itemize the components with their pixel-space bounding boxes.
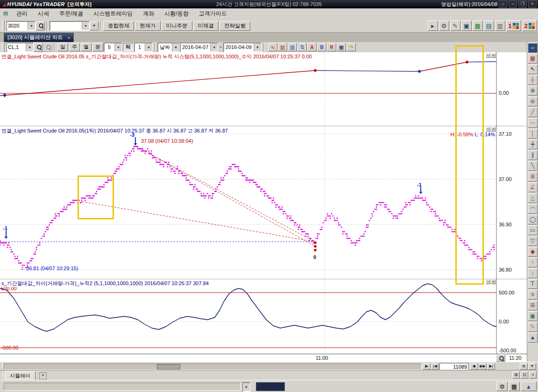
layout-grid-button[interactable]: ▦ xyxy=(473,21,483,31)
tab-close-icon[interactable]: × xyxy=(67,35,70,41)
scroll-thumb[interactable] xyxy=(157,364,180,370)
vertical-line-tool-button[interactable]: │ xyxy=(528,129,538,139)
axis-zoom-button[interactable] xyxy=(496,355,505,362)
quick-button-현재가[interactable]: 현재가 xyxy=(135,21,161,31)
quick-button-미체결[interactable]: 미체결 xyxy=(193,21,219,31)
app-menu-icon[interactable]: ▤ xyxy=(2,10,9,17)
period-button-일[interactable]: 일 xyxy=(57,43,68,51)
rectangle-tool-button[interactable]: ▭ xyxy=(528,225,538,235)
menu-item-시스템트레이딩[interactable]: 시스템트레이딩 xyxy=(88,8,138,19)
more-arrow-button[interactable]: ▸ xyxy=(428,21,438,31)
minute-combo[interactable]: 5 ▼ xyxy=(104,42,122,52)
circle-tool-button[interactable]: ◯ xyxy=(528,215,538,224)
chart-area[interactable]: 연결_Light Sweet Crude Oil 2016.05 s_기간절대값… xyxy=(0,52,527,354)
scroll-top-button[interactable]: ▲ xyxy=(528,333,538,343)
chevron-down-icon[interactable]: ▼ xyxy=(172,43,179,51)
panel-minimize-button[interactable]: − xyxy=(486,53,490,58)
tick-count-combo[interactable]: 1 ▼ xyxy=(134,42,153,52)
zoom-out-button[interactable] xyxy=(43,43,52,52)
taskbar-settings-button[interactable]: ⚙ xyxy=(496,382,508,391)
quick-button-전략실행[interactable]: 전략실행 xyxy=(219,21,250,31)
down-marker-tool-button[interactable]: ↓ xyxy=(528,268,538,278)
arc-tool-button[interactable]: ◠ xyxy=(528,204,538,214)
close-icon[interactable]: × xyxy=(528,0,537,8)
scroll-track[interactable] xyxy=(4,364,422,370)
crosshair-tool-button[interactable]: ┼ xyxy=(528,75,538,85)
cross-line-tool-button[interactable]: ┿ xyxy=(528,140,538,149)
grid-toggle-button[interactable]: ⊞ xyxy=(528,301,538,310)
panel-toggle-button[interactable]: ⇔ xyxy=(528,43,538,53)
minimize-icon[interactable]: ─ xyxy=(509,0,517,8)
screen-slot-2-button[interactable]: 2 xyxy=(522,20,537,31)
chevron-down-icon[interactable]: ▼ xyxy=(28,22,35,30)
screen-search-button[interactable] xyxy=(35,21,45,30)
indicator-list-button[interactable]: ≡ xyxy=(528,290,538,300)
panel-close-button[interactable]: × xyxy=(491,127,496,132)
updown-arrows-button[interactable]: ⇅ xyxy=(297,43,307,51)
chevron-down-icon[interactable]: ▼ xyxy=(82,22,89,30)
line-style-button[interactable]: ∿ xyxy=(268,43,277,51)
copy-b-button[interactable]: B xyxy=(317,43,326,51)
chevron-down-icon[interactable]: ▼ xyxy=(114,43,122,51)
panel-close-button[interactable]: × xyxy=(491,53,496,58)
chevron-down-icon[interactable]: ▼ xyxy=(145,43,152,51)
chevron-down-icon[interactable]: ▼ xyxy=(26,43,33,51)
menu-item-관리[interactable]: 관리 xyxy=(11,8,33,19)
panel-minimize-button[interactable]: − xyxy=(486,127,490,132)
drop-button[interactable]: ▼ xyxy=(528,363,536,370)
chart-settings-button[interactable]: ▦ xyxy=(528,54,538,63)
fibonacci-tool-button[interactable]: ≣ xyxy=(528,172,538,182)
panel-minimize-button[interactable]: − xyxy=(486,280,490,284)
symbol-input[interactable] xyxy=(7,43,26,51)
horizontal-line-tool-button[interactable]: ─ xyxy=(528,118,538,128)
menu-item-고객가이드[interactable]: 고객가이드 xyxy=(194,8,232,19)
copy-r-button[interactable]: R xyxy=(327,43,336,51)
printer-button[interactable]: ▥ xyxy=(495,21,505,31)
chevron-down-icon[interactable]: ▼ xyxy=(243,383,250,391)
toolbar-grip[interactable] xyxy=(2,21,5,31)
screen-code-input[interactable] xyxy=(7,22,28,30)
date-from-combo[interactable]: 2016-04-07 ▼ xyxy=(180,42,218,52)
period-button-주[interactable]: 주 xyxy=(69,43,80,51)
menu-item-계좌[interactable]: 계좌 xyxy=(138,8,159,19)
menu-item-시황/동향[interactable]: 시황/동향 xyxy=(159,8,193,19)
zoom-in-tool-button[interactable]: ⊕ xyxy=(528,86,538,96)
period-button-월[interactable]: 월 xyxy=(81,43,92,51)
add-screen-button[interactable]: + xyxy=(90,21,99,30)
tab-simulation[interactable]: 시뮬레이 xyxy=(5,371,35,380)
close-all-button[interactable]: × xyxy=(529,371,537,378)
taskbar-layout-button[interactable]: ▦ xyxy=(509,382,520,391)
copy-a-button[interactable]: A xyxy=(307,43,317,51)
first-button[interactable]: |◀ xyxy=(431,363,439,370)
period-button-분[interactable]: 분 xyxy=(92,43,103,51)
zoom-in-button[interactable] xyxy=(34,43,43,52)
menu-item-시세[interactable]: 시세 xyxy=(33,8,54,19)
scroll-top-button-button[interactable]: ▲ xyxy=(521,382,537,391)
bar-chart-button[interactable]: ▥ xyxy=(278,43,287,51)
record-count-input[interactable] xyxy=(440,364,468,370)
zoom-out-tool-button[interactable]: ⊖ xyxy=(528,97,538,106)
maximize-icon[interactable]: ❐ xyxy=(518,0,527,8)
multi-screen-button[interactable]: ▤ xyxy=(484,21,494,31)
next-button[interactable]: ▶▶ xyxy=(479,363,487,370)
monitor-button[interactable]: ▣ xyxy=(461,21,472,31)
expand-button[interactable]: ⊞ xyxy=(520,363,528,370)
export-button[interactable]: ↷ xyxy=(347,43,356,51)
chart-toolbar-grip[interactable] xyxy=(2,42,5,52)
chevron-down-icon[interactable]: ▼ xyxy=(254,43,261,51)
save-button[interactable]: ▦ xyxy=(337,43,346,51)
quick-screen-combo[interactable]: ▼ xyxy=(50,21,90,31)
text-tool-button[interactable]: T xyxy=(528,279,538,289)
quick-button-종합현재[interactable]: 종합현재 xyxy=(103,21,134,31)
play-button[interactable]: ▶ xyxy=(423,363,431,370)
snapshot-button[interactable]: ▣ xyxy=(528,311,538,321)
screen-code-combo[interactable]: ▼ xyxy=(7,21,35,31)
tab-simulation-chart[interactable]: [3020] 시뮬레이션 차트 × xyxy=(4,33,74,42)
date-to-combo[interactable]: 2016-04-09 ▼ xyxy=(223,42,262,52)
last-button[interactable]: ▶| xyxy=(487,363,495,370)
trendline-tool-button[interactable]: ╱ xyxy=(528,107,538,117)
menu-item-주문/체결[interactable]: 주문/체결 xyxy=(54,8,88,19)
strategy-edit-button[interactable]: ✎ xyxy=(450,21,460,31)
period-tick-button[interactable]: 틱 xyxy=(123,43,134,51)
price-marker-tool-button[interactable]: ◆ xyxy=(528,247,538,257)
